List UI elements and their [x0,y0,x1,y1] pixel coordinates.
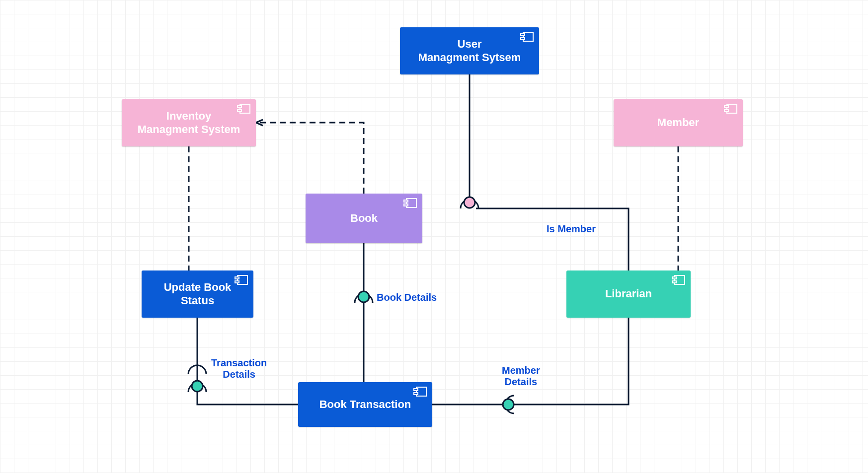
svg-rect-16 [672,277,676,279]
node-label: UserManagment Sytsem [418,38,521,64]
node-user-management[interactable]: UserManagment Sytsem [400,27,539,74]
socket-txn-details-real [188,383,206,392]
label-book-details: Book Details [377,292,437,303]
component-icon [235,274,248,285]
socket-book-details [355,294,373,303]
node-label: Librarian [605,287,652,300]
svg-rect-13 [235,277,239,279]
ball-member-details [503,399,514,410]
edge-librarian-to-txn [432,318,629,405]
svg-rect-2 [521,38,525,40]
label-member-details: MemberDetails [502,365,540,388]
node-label: InventoyManagment System [138,110,240,136]
label-transaction-details: TransactionDetails [211,357,267,380]
ball-txn-details [192,381,203,392]
svg-rect-4 [237,106,241,108]
svg-rect-10 [404,200,408,202]
svg-rect-5 [237,110,241,112]
node-book[interactable]: Book [306,194,422,243]
ball-book-details [358,291,369,302]
node-member[interactable]: Member [614,99,743,146]
label-is-member: Is Member [547,223,596,235]
node-librarian[interactable]: Librarian [566,270,691,318]
component-icon [413,386,427,397]
ball-is-member [464,197,475,208]
component-icon [403,198,417,208]
socket-member-details [505,396,514,413]
socket-is-member [461,200,478,208]
svg-rect-11 [404,204,408,206]
edge-book-to-inventory [256,123,364,194]
svg-rect-8 [724,110,728,112]
node-book-transaction[interactable]: Book Transaction [298,382,432,427]
svg-rect-20 [414,393,418,395]
component-icon [520,31,534,42]
node-update-book-status[interactable]: Update BookStatus [142,270,253,318]
node-label: Update BookStatus [164,281,232,307]
node-inventory-management[interactable]: InventoyManagment System [122,99,256,146]
component-icon [724,103,738,114]
socket-txn-details [188,365,206,374]
svg-rect-19 [414,389,418,391]
component-icon [672,274,686,285]
node-label: Member [657,116,699,129]
svg-rect-7 [724,106,728,108]
edge-librarian-to-junction [476,208,629,270]
component-icon [237,103,251,114]
node-label: Book [350,212,378,225]
svg-rect-17 [672,281,676,283]
node-label: Book Transaction [319,398,411,411]
svg-rect-14 [235,281,239,283]
diagram-canvas[interactable]: UserManagment Sytsem InventoyManagment S… [0,0,868,473]
svg-rect-1 [521,34,525,36]
